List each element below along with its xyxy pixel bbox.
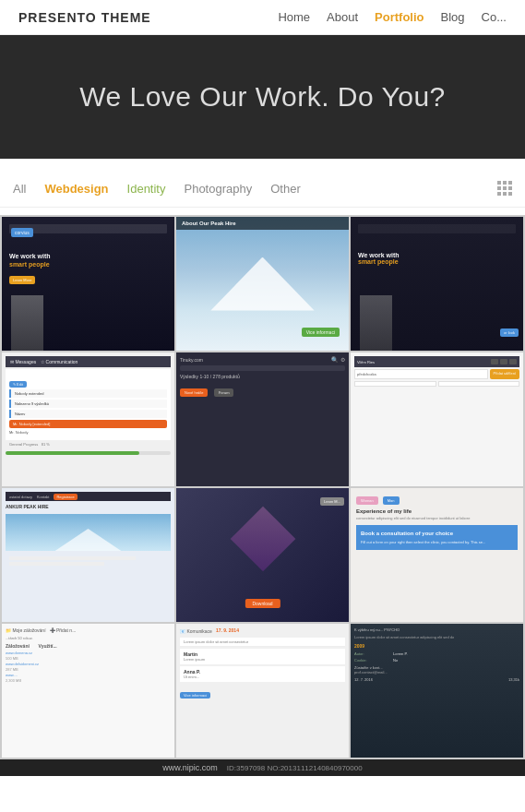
dash-cell-3 bbox=[438, 381, 520, 387]
exp-text: consectetur adipiscing elit sed do eiusm… bbox=[356, 516, 518, 521]
portfolio-item-communication[interactable]: 📧 Komunikace 17. 9. 2014 Lorem ipsum dol… bbox=[176, 624, 349, 758]
portfolio-item-light-web[interactable]: ostatní dotazy Kontakt Registrace ANKUR … bbox=[2, 488, 174, 622]
download-btn: Download bbox=[245, 599, 280, 608]
filter-photography[interactable]: Photography bbox=[184, 182, 252, 196]
book-text: Fill out a form on your right then selec… bbox=[361, 540, 513, 545]
communication-label: ☆ Communication bbox=[41, 359, 78, 364]
grid-dot bbox=[497, 192, 501, 196]
msg-item-3: Název bbox=[9, 410, 167, 418]
portfolio-item-mountain[interactable]: About Our Peak Hire Vice informaci bbox=[176, 217, 349, 351]
comm-msg-martin: Lorem ipsum bbox=[184, 657, 341, 662]
mr-nobody-text: Mr. Nobody bbox=[9, 430, 167, 435]
dash-row-1: předchozka Přidat sdělení bbox=[354, 369, 519, 379]
nav-home[interactable]: Home bbox=[278, 10, 310, 24]
book-consult-box: Book a consultation of your choice Fill … bbox=[356, 525, 518, 550]
exp-title: Experience of my life bbox=[356, 508, 518, 514]
watermark-logo: www.nipic.com bbox=[162, 763, 218, 772]
corvius-logo: corvius bbox=[11, 228, 33, 237]
dash-icon-1 bbox=[491, 359, 498, 364]
portfolio-item-dark-grad[interactable]: Download Learn M... bbox=[176, 488, 349, 622]
site-logo: PRESENTO THEME bbox=[18, 10, 151, 25]
comm-label: 📧 Komunikace bbox=[180, 628, 212, 634]
portfolio-item-dark-app[interactable]: Tinuky.com 🔍 ⚙ Výsledky 1-10 / 278 produ… bbox=[176, 352, 349, 486]
filter-webdesign[interactable]: Webdesign bbox=[44, 182, 108, 196]
lw-mountain-img bbox=[6, 514, 171, 551]
filter-identity[interactable]: Identity bbox=[127, 182, 166, 196]
portfolio-item-corvius[interactable]: corvius We work withsmart people Learn M… bbox=[2, 217, 174, 351]
lw-reg-btn: Registrace bbox=[54, 494, 77, 500]
sav-size-3: 2,300 MB bbox=[6, 678, 171, 683]
dash-cell-2 bbox=[354, 381, 436, 387]
portfolio-item-savings[interactable]: 📁 Moje záložování ➕ Přidat n... ...tárch… bbox=[2, 624, 174, 758]
mountain-overlay: About Our Peak Hire bbox=[176, 217, 349, 230]
progress-label: General Progress 81 % bbox=[6, 440, 171, 448]
grid-dot bbox=[503, 192, 507, 196]
dash-icon-3 bbox=[509, 359, 517, 364]
comm-desc-1: Lorem ipsum dolor sit amet consectetur bbox=[184, 639, 248, 644]
nav-blog[interactable]: Blog bbox=[441, 10, 465, 24]
lw-line-2 bbox=[9, 562, 104, 566]
filter-all[interactable]: All bbox=[13, 182, 26, 196]
hero-title: We Love Our Work. Do You? bbox=[18, 81, 507, 113]
messages-label: ✉ Messages bbox=[10, 359, 36, 364]
msg-item-2: Nalezeno 9 výsledků bbox=[9, 400, 167, 408]
grid-dot bbox=[508, 192, 512, 196]
prof-label-cookie: Cookie: bbox=[354, 658, 391, 663]
watermark-id: ID:3597098 NO:20131112140840970000 bbox=[227, 764, 363, 772]
prof-header: K výběru mý nu... PSYCHO bbox=[354, 627, 519, 632]
dash-user: Vilém Ries bbox=[357, 360, 375, 364]
portfolio-item-messages[interactable]: ✉ Messages ☆ Communication ✎ Edit Nobody… bbox=[2, 352, 174, 486]
portfolio-item-experience[interactable]: Woman Man Experience of my life consecte… bbox=[351, 488, 523, 622]
dark-field-label: Výsledky 1-10 / 278 produktů bbox=[180, 374, 345, 379]
prof-title: K výběru mý nu... PSYCHO bbox=[354, 627, 400, 632]
portfolio-item-dashboard[interactable]: Vilém Ries předchozka Přidat sdělení bbox=[351, 352, 523, 486]
lw-nav: ostatní dotazy Kontakt Registrace bbox=[6, 492, 171, 501]
nav-contact[interactable]: Co... bbox=[482, 10, 507, 24]
lw-headline: ANKUR PEAK HIRE bbox=[6, 501, 171, 512]
grid-view-toggle[interactable] bbox=[497, 181, 512, 196]
dark-app-logo: Tinuky.com bbox=[180, 357, 203, 363]
prof-label-autor: Autor: bbox=[354, 651, 391, 656]
dg-diamond bbox=[230, 507, 295, 572]
logo-presento: PRESENTO bbox=[18, 10, 97, 25]
comm-more-btn: Vice informaci bbox=[180, 692, 210, 699]
prof-value-autor: Lorem P. bbox=[393, 651, 408, 656]
comm-compose: Martin Lorem ipsum bbox=[180, 649, 345, 664]
sav-size-1: 500 MB bbox=[6, 656, 171, 661]
dark-field-1 bbox=[180, 365, 345, 371]
sav-header: 📁 Moje záložování ➕ Přidat n... bbox=[6, 627, 171, 633]
nav-portfolio[interactable]: Portfolio bbox=[375, 10, 424, 24]
portfolio-filter: All Webdesign Identity Photography Other bbox=[0, 170, 525, 208]
corvius2-nav bbox=[358, 224, 516, 233]
search-icon: 🔍 bbox=[331, 356, 338, 363]
comm-item-anna: Anna P. Ut enim... bbox=[180, 666, 345, 682]
corvius-text: We work withsmart people bbox=[9, 252, 167, 269]
portfolio-item-profile[interactable]: K výběru mý nu... PSYCHO Lorem ipsum dol… bbox=[351, 624, 523, 758]
learn-more-btn: Learn M... bbox=[320, 497, 344, 506]
dark-forum-btn: Forum bbox=[214, 388, 234, 397]
messages-content: ✎ Edit Nobody extended Nalezeno 9 výsled… bbox=[6, 369, 171, 440]
portfolio-item-corvius2[interactable]: We work withsmart people or look bbox=[351, 217, 523, 351]
sav-savings-label: 📁 Moje záložování bbox=[6, 627, 46, 633]
grid-dot bbox=[508, 181, 512, 185]
progress-fill bbox=[6, 451, 139, 455]
sav-domain-2: www.delsidomeni.cz bbox=[6, 662, 171, 666]
prof-stat-2: 13,31k bbox=[508, 677, 519, 682]
sav-domain-3: www.... bbox=[6, 673, 171, 677]
dash-cell-1: předchozka bbox=[354, 369, 488, 379]
filter-other[interactable]: Other bbox=[270, 182, 301, 196]
msg-item-1: Nobody extended bbox=[9, 389, 167, 398]
mr-nobody-btn: Mr. Nobody [extended] bbox=[9, 420, 167, 428]
lw-content bbox=[6, 553, 171, 571]
hero-section: We Love Our Work. Do You? bbox=[0, 35, 525, 159]
corvius2-person bbox=[360, 295, 392, 351]
prof-stat-1: 12. 7. 2016 bbox=[354, 677, 373, 682]
edit-btn: ✎ Edit bbox=[9, 381, 27, 388]
prof-row-1: Autor: Lorem P. bbox=[354, 651, 519, 656]
comm-item-1: Lorem ipsum dolor sit amet consectetur bbox=[180, 638, 345, 647]
dash-row-2 bbox=[354, 381, 519, 387]
messages-header: ✉ Messages ☆ Communication bbox=[6, 356, 171, 367]
gear-icon: ⚙ bbox=[340, 356, 345, 363]
nav-about[interactable]: About bbox=[327, 10, 358, 24]
lw-nav-item-2: Kontakt bbox=[37, 495, 50, 499]
